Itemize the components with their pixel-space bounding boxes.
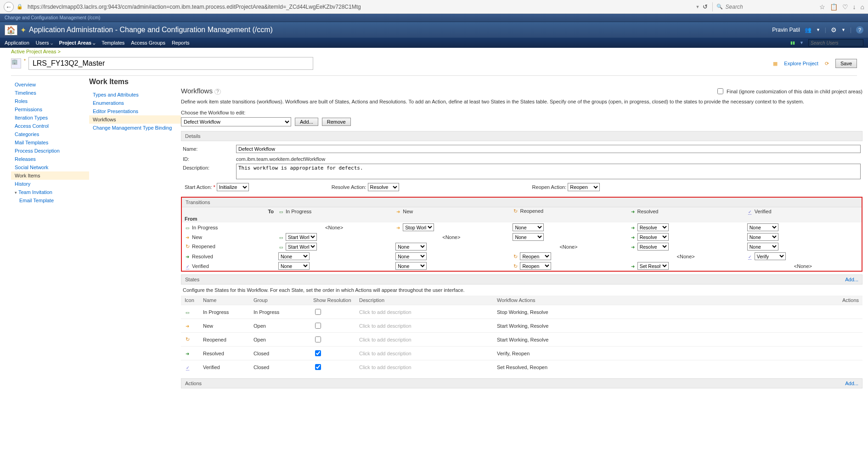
transition-select[interactable]: Verify (755, 252, 786, 260)
start-action-select[interactable]: Initialize (217, 183, 249, 191)
transition-select[interactable]: Start Working (286, 243, 317, 251)
state-description-placeholder[interactable]: Click to add description (359, 309, 411, 315)
save-button[interactable]: Save (835, 59, 857, 68)
transition-select[interactable]: None (278, 262, 310, 270)
leftnav-social-network[interactable]: Social Network (11, 163, 89, 171)
clipboard-icon[interactable]: 📋 (830, 3, 838, 11)
final-checkbox-label[interactable]: Final (ignore customization of this data… (716, 87, 862, 96)
explore-project-link[interactable]: Explore Project (784, 61, 818, 66)
final-checkbox[interactable] (717, 88, 723, 94)
show-resolution-checkbox[interactable] (315, 336, 321, 342)
leftnav-roles[interactable]: Roles (11, 97, 89, 105)
reopen-action-select[interactable]: Reopen (568, 183, 600, 191)
add-action-link[interactable]: Add... (845, 381, 858, 386)
refresh-project-icon[interactable]: ⟳ (825, 61, 829, 67)
info-icon[interactable]: ? (214, 89, 221, 95)
people-icon[interactable]: 👥 (805, 27, 812, 33)
leftnav-process-description[interactable]: Process Description (11, 147, 89, 155)
state-icon (395, 225, 401, 230)
state-row[interactable]: VerifiedClosedClick to add descriptionSe… (181, 360, 862, 374)
transition-select[interactable]: None (395, 252, 427, 260)
dropdown-icon[interactable]: ▼ (696, 5, 700, 9)
subnav-types-and-attributes[interactable]: Types and Attributes (89, 91, 181, 99)
name-input[interactable] (236, 145, 861, 153)
state-row[interactable]: ResolvedClosedClick to add descriptionVe… (181, 347, 862, 360)
breadcrumb-link[interactable]: Active Project Areas > (11, 49, 61, 54)
add-workflow-button[interactable]: Add... (295, 118, 318, 126)
transition-select[interactable]: None (278, 252, 310, 260)
pocket-icon[interactable]: ♡ (842, 3, 848, 11)
chevron-down-icon-2[interactable]: ▼ (841, 28, 845, 32)
leftnav-permissions[interactable]: Permissions (11, 105, 89, 114)
subnav-enumerations[interactable]: Enumerations (89, 99, 181, 107)
subnav-change-management-type-binding[interactable]: Change Management Type Binding (89, 124, 181, 132)
leftnav-releases[interactable]: Releases (11, 155, 89, 163)
workflow-select[interactable]: Defect Workflow (181, 117, 291, 126)
leftnav-mail-templates[interactable]: Mail Templates (11, 138, 89, 147)
transition-select[interactable]: Resolve (637, 223, 669, 231)
transition-select[interactable]: None (513, 223, 544, 231)
transition-select[interactable]: Set Resolved (637, 262, 669, 270)
remove-workflow-button[interactable]: Remove (322, 118, 351, 126)
leftnav-team-invitation[interactable]: ▾Team Invitation (11, 188, 89, 196)
resolve-action-select[interactable]: Resolve (368, 183, 399, 191)
nav-item-project-areas[interactable]: Project Areas ⌵ (59, 40, 96, 46)
state-description-placeholder[interactable]: Click to add description (359, 365, 411, 370)
state-row[interactable]: In ProgressIn ProgressClick to add descr… (181, 305, 862, 319)
transition-select[interactable]: Resolve (637, 233, 669, 241)
transition-select[interactable]: None (395, 243, 427, 251)
help-icon[interactable]: ? (856, 26, 863, 34)
show-resolution-checkbox[interactable] (315, 323, 321, 329)
show-resolution-checkbox[interactable] (315, 350, 321, 356)
state-description-placeholder[interactable]: Click to add description (359, 351, 411, 356)
refresh-icon[interactable]: ↺ (703, 3, 708, 10)
transition-select[interactable]: None (747, 243, 778, 251)
leftnav-timelines[interactable]: Timelines (11, 89, 89, 97)
project-name-input[interactable] (28, 57, 313, 70)
nav-item-access-groups[interactable]: Access Groups (131, 40, 165, 46)
gear-icon[interactable]: ⚙ (831, 26, 837, 34)
transition-select[interactable]: Stop Working (403, 223, 434, 231)
leftnav-overview[interactable]: Overview (11, 80, 89, 89)
star-icon[interactable]: ☆ (819, 3, 825, 11)
show-resolution-checkbox[interactable] (315, 364, 321, 370)
nav-item-reports[interactable]: Reports (172, 40, 190, 46)
leftnav-work-items[interactable]: Work Items (11, 171, 89, 180)
home-icon[interactable]: ⌂ (861, 3, 864, 11)
nav-item-users[interactable]: Users ⌵ (36, 40, 53, 46)
transition-select[interactable]: None (395, 262, 427, 270)
subnav-workflows[interactable]: Workflows (89, 115, 181, 124)
add-state-link[interactable]: Add... (845, 277, 858, 282)
transition-select[interactable]: Resolve (637, 243, 669, 251)
home-tile-icon[interactable]: 🏠 (5, 25, 17, 35)
nav-item-templates[interactable]: Templates (101, 40, 124, 46)
subnav-editor-presentations[interactable]: Editor Presentations (89, 107, 181, 115)
leftnav-categories[interactable]: Categories (11, 130, 89, 138)
username[interactable]: Pravin Patil (772, 27, 800, 33)
state-row[interactable]: NewOpenClick to add descriptionStart Wor… (181, 319, 862, 333)
search-users-input[interactable] (808, 39, 863, 46)
transition-select[interactable]: None (747, 223, 778, 231)
url-input[interactable] (26, 2, 693, 12)
leftnav-history[interactable]: History (11, 180, 89, 188)
state-description-placeholder[interactable]: Click to add description (359, 323, 411, 329)
transition-select[interactable]: None (513, 233, 544, 241)
chevron-down-icon[interactable]: ▼ (816, 28, 820, 32)
transition-select[interactable]: Reopen (520, 262, 551, 270)
leftnav-email-template[interactable]: Email Template (11, 196, 89, 205)
browser-search-input[interactable] (725, 2, 817, 11)
state-description-placeholder[interactable]: Click to add description (359, 337, 411, 342)
leftnav-access-control[interactable]: Access Control (11, 122, 89, 130)
show-resolution-checkbox[interactable] (315, 309, 321, 315)
state-row[interactable]: ReopenedOpenClick to add descriptionStar… (181, 333, 862, 347)
transition-select[interactable]: Start Working (286, 233, 317, 241)
download-icon[interactable]: ↓ (853, 3, 856, 11)
nav-item-application[interactable]: Application (5, 40, 29, 46)
chevron-down-icon-3[interactable]: ▼ (800, 40, 804, 45)
transition-select[interactable]: Reopen (520, 252, 551, 260)
leftnav-iteration-types[interactable]: Iteration Types (11, 114, 89, 122)
back-button[interactable]: ← (4, 2, 14, 12)
presence-icon[interactable]: ▮▮ (790, 40, 795, 45)
description-textarea[interactable]: This workflow is appropriate for defects… (236, 164, 861, 179)
transition-select[interactable]: None (747, 233, 778, 241)
